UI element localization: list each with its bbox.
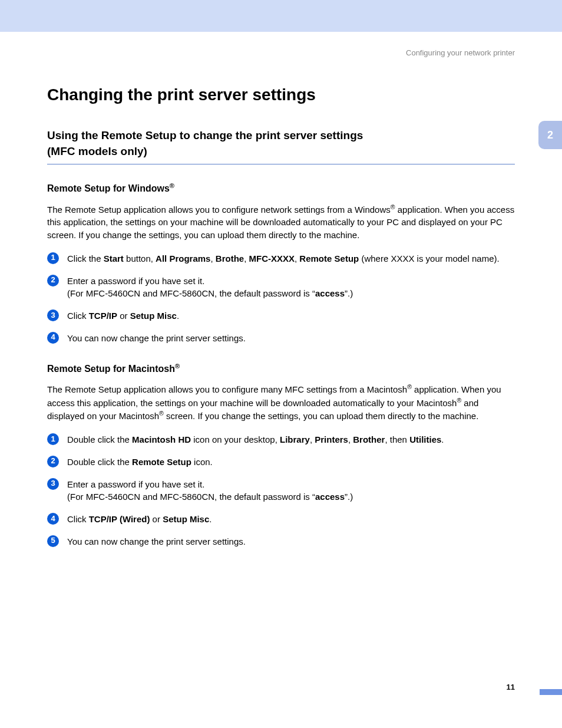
step-number-icon: 1 [47, 252, 59, 264]
bold: Setup Misc [130, 311, 177, 321]
bold: Macintosh HD [132, 434, 191, 444]
step-number-icon: 3 [47, 478, 59, 490]
text: Click the [67, 253, 104, 263]
windows-paragraph: The Remote Setup application allows you … [47, 203, 515, 242]
step-item: 3 Click TCP/IP or Setup Misc. [47, 309, 515, 322]
step-item: 4 You can now change the print server se… [47, 332, 515, 345]
registered-mark: ® [407, 383, 412, 390]
corner-accent [540, 689, 562, 695]
text: , [210, 253, 215, 263]
text: button, [124, 253, 156, 263]
step-number-icon: 2 [47, 456, 59, 467]
text: (For MFC-5460CN and MFC-5860CN, the defa… [67, 492, 315, 502]
bold: Remote Setup [132, 457, 191, 467]
mac-steps: 1 Double click the Macintosh HD icon on … [47, 433, 515, 548]
windows-steps: 1 Click the Start button, All Programs, … [47, 252, 515, 345]
text: (For MFC-5460CN and MFC-5860CN, the defa… [67, 288, 315, 298]
bold: Brothe [216, 253, 244, 263]
step-number-icon: 2 [47, 275, 59, 286]
step-item: 1 Click the Start button, All Programs, … [47, 252, 515, 265]
bold: Printers [315, 434, 348, 444]
text: The Remote Setup application allows you … [47, 384, 407, 394]
text: Click [67, 311, 89, 321]
bold: Library [280, 434, 310, 444]
text: Click [67, 514, 89, 524]
step-item: 4 Click TCP/IP (Wired) or Setup Misc. [47, 513, 515, 526]
step-item: 2 Enter a password if you have set it. (… [47, 275, 515, 301]
registered-mark: ® [159, 410, 164, 417]
text: , [310, 434, 315, 444]
text: icon on your desktop, [191, 434, 280, 444]
subheading-windows: Remote Setup for Windows® [47, 182, 515, 194]
bold: TCP/IP (Wired) [89, 514, 150, 524]
section-heading-line1: Using the Remote Setup to change the pri… [47, 129, 363, 141]
text: or [117, 311, 130, 321]
bold: Utilities [409, 434, 441, 444]
registered-mark: ® [175, 363, 180, 370]
step-number-icon: 4 [47, 332, 59, 344]
chapter-tab: 2 [538, 121, 562, 149]
registered-mark: ® [170, 182, 174, 189]
text: . [441, 434, 444, 444]
bold: MFC-XXXX [249, 253, 295, 263]
step-number-icon: 3 [47, 309, 59, 321]
step-number-icon: 4 [47, 513, 59, 525]
page-number: 11 [507, 683, 515, 691]
top-band [0, 0, 562, 32]
text: , then [385, 434, 409, 444]
text: icon. [191, 457, 213, 467]
step-item: 5 You can now change the print server se… [47, 535, 515, 548]
step-item: 1 Double click the Macintosh HD icon on … [47, 433, 515, 446]
registered-mark: ® [391, 203, 395, 210]
text: Double click the [67, 434, 132, 444]
text: ”.) [345, 492, 353, 502]
mac-paragraph: The Remote Setup application allows you … [47, 383, 515, 423]
subheading-windows-text: Remote Setup for Windows [47, 184, 170, 194]
text: ”.) [345, 288, 353, 298]
text: Double click the [67, 457, 132, 467]
text: Enter a password if you have set it. [67, 276, 204, 286]
bold: TCP/IP [89, 311, 117, 321]
text: or [150, 514, 163, 524]
text: . [177, 311, 179, 321]
bold: All Programs [156, 253, 210, 263]
step-item: 3 Enter a password if you have set it. (… [47, 478, 515, 504]
bold: Setup Misc [163, 514, 209, 524]
step-number-icon: 1 [47, 433, 59, 445]
section-heading: Using the Remote Setup to change the pri… [47, 128, 515, 164]
bold: access [315, 492, 345, 502]
subheading-mac-text: Remote Setup for Macintosh [47, 364, 175, 374]
step-number-icon: 5 [47, 535, 59, 547]
bold: Start [104, 253, 124, 263]
step-item: 2 Double click the Remote Setup icon. [47, 456, 515, 469]
bold: access [315, 288, 345, 298]
text: , [348, 434, 353, 444]
text: You can now change the print server sett… [67, 536, 246, 546]
registered-mark: ® [457, 397, 461, 404]
section-heading-line2: (MFC models only) [47, 145, 147, 157]
text: screen. If you change the settings, you … [164, 411, 478, 421]
text: Enter a password if you have set it. [67, 479, 204, 489]
text: (where XXXX is your model name). [359, 253, 499, 263]
running-header: Configuring your network printer [0, 48, 515, 57]
text: The Remote Setup application allows you … [47, 205, 391, 215]
subheading-mac: Remote Setup for Macintosh® [47, 363, 515, 374]
text: You can now change the print server sett… [67, 333, 246, 343]
bold: Remote Setup [299, 253, 359, 263]
text: . [209, 514, 211, 524]
page-content: Changing the print server settings Using… [0, 85, 562, 548]
text: , [244, 253, 249, 263]
page-title: Changing the print server settings [47, 85, 515, 104]
bold: Brother [353, 434, 385, 444]
